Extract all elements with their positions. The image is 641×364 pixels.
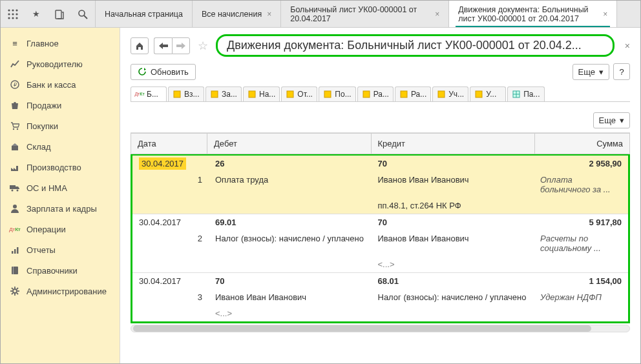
inner-tab-label: От... <box>297 90 313 99</box>
cell-sum: 2 958,90 <box>534 156 628 172</box>
inner-tab-ra1[interactable]: Ра... <box>357 86 394 101</box>
help-button[interactable]: ? <box>613 63 630 80</box>
svg-rect-42 <box>363 91 370 97</box>
tab-close-icon[interactable]: × <box>603 10 607 19</box>
sidebar-item-sales[interactable]: Продажи <box>1 95 120 116</box>
tab-sick-leave[interactable]: Больничный лист УК00-000001 от 20.04.201… <box>281 1 449 27</box>
col-credit[interactable]: Кредит <box>372 134 536 154</box>
inner-tab-vz[interactable]: Вз... <box>168 86 204 101</box>
tab-label: Начальная страница <box>105 10 183 19</box>
favorite-icon[interactable]: ☆ <box>198 39 208 53</box>
svg-point-27 <box>13 289 17 293</box>
inner-tab-label: Ра... <box>373 90 389 99</box>
refresh-button[interactable]: Обновить <box>131 64 196 80</box>
inner-tab-ot[interactable]: От... <box>281 86 317 101</box>
inner-tab-za[interactable]: За... <box>205 86 242 101</box>
inner-tab-label: На... <box>259 90 275 99</box>
inner-tab-b[interactable]: ДтКтБ... <box>131 86 167 102</box>
sidebar-item-reports[interactable]: Отчеты <box>1 239 120 260</box>
svg-rect-37 <box>174 91 180 97</box>
table-row[interactable]: 30.04.2017 69.01 70 5 917,80 2 Налог (вз… <box>132 214 628 272</box>
svg-marker-17 <box>12 143 18 146</box>
table-toolbar: Еще▾ <box>131 110 630 128</box>
tab-doc-movements[interactable]: Движения документа: Больничный лист УК00… <box>449 1 617 27</box>
svg-rect-41 <box>324 91 331 97</box>
cell-debit-desc: Иванов Иван Иванович <box>209 289 372 305</box>
cell-credit-acc: 70 <box>372 156 534 172</box>
home-button[interactable] <box>131 37 149 54</box>
table-more-button[interactable]: Еще▾ <box>593 112 630 128</box>
help-label: ? <box>619 67 624 77</box>
sidebar-item-bank[interactable]: ₽Банк и касса <box>1 74 120 95</box>
back-button[interactable] <box>154 37 172 54</box>
horizontal-scrollbar[interactable] <box>131 325 630 332</box>
topbar: ★ Начальная страница Все начисления× Бол… <box>1 1 640 28</box>
sidebar-item-label: Покупки <box>26 121 58 131</box>
sheet-icon <box>210 90 219 99</box>
svg-point-0 <box>8 9 10 11</box>
sidebar-item-label: Банк и касса <box>26 80 76 90</box>
tab-label: Больничный лист УК00-000001 от 20.04.201… <box>290 5 430 23</box>
svg-marker-36 <box>144 68 146 70</box>
cart-icon <box>10 121 20 131</box>
inner-tab-ra2[interactable]: Ра... <box>395 86 431 101</box>
inner-tab-u[interactable]: У... <box>470 86 506 101</box>
col-date[interactable]: Дата <box>131 134 207 154</box>
sidebar-item-catalogs[interactable]: Справочники <box>1 260 120 281</box>
inner-tab-pa[interactable]: Па... <box>507 86 544 101</box>
nav-row: ☆ Движения документа: Больничный лист УК… <box>131 34 630 57</box>
dtkt-icon: ДтКт <box>10 224 20 234</box>
svg-rect-16 <box>12 146 18 150</box>
cell-debit-desc: Оплата труда <box>209 172 372 197</box>
inner-tab-label: По... <box>335 90 351 99</box>
sidebar-item-main[interactable]: ≡Главное <box>1 33 120 54</box>
table-row[interactable]: 30.04.2017 70 68.01 1 154,00 3 Иванов Ив… <box>132 272 628 321</box>
col-sum[interactable]: Сумма <box>535 134 629 154</box>
table-row[interactable]: 30.04.2017 26 70 2 958,90 1 Оплата труда… <box>132 156 628 214</box>
sidebar-item-warehouse[interactable]: Склад <box>1 136 120 157</box>
svg-line-34 <box>12 293 13 294</box>
svg-point-4 <box>12 13 14 15</box>
scrollbar-thumb[interactable] <box>133 325 591 332</box>
box-icon <box>10 141 20 152</box>
sidebar-item-hr[interactable]: Зарплата и кадры <box>1 198 120 219</box>
more-button[interactable]: Еще▾ <box>573 64 609 80</box>
refresh-label: Обновить <box>151 67 189 77</box>
table: Дата Дебет Кредит Сумма 30.04.2017 26 70… <box>131 132 630 332</box>
cell-sum-desc: Оплата больничного за ... <box>534 172 628 197</box>
sidebar-item-admin[interactable]: Администрирование <box>1 281 120 301</box>
tab-home[interactable]: Начальная страница <box>96 1 193 27</box>
search-icon[interactable] <box>77 8 89 20</box>
sidebar-item-purchases[interactable]: Покупки <box>1 116 120 136</box>
sidebar-item-label: Операции <box>26 225 66 234</box>
tab-all-charges[interactable]: Все начисления× <box>193 1 281 27</box>
cell-credit-desc2: пп.48.1, ст.264 НК РФ <box>372 197 534 214</box>
col-debit[interactable]: Дебет <box>207 134 372 154</box>
cell-credit-acc: 68.01 <box>372 273 534 289</box>
sidebar-item-label: Зарплата и кадры <box>26 204 97 214</box>
cell-debit-acc: 26 <box>209 156 372 172</box>
tab-close-icon[interactable]: × <box>435 10 439 19</box>
cell-rownum: 2 <box>132 230 209 256</box>
clipboard-icon[interactable] <box>54 8 65 20</box>
svg-point-20 <box>17 190 19 192</box>
tab-close-icon[interactable]: × <box>267 10 271 19</box>
sidebar-item-production[interactable]: Производство <box>1 157 120 177</box>
apps-icon[interactable] <box>7 8 19 20</box>
inner-tab-po[interactable]: По... <box>319 86 355 101</box>
star-icon[interactable]: ★ <box>30 8 42 20</box>
sidebar-item-assets[interactable]: ОС и НМА <box>1 177 120 198</box>
svg-point-15 <box>17 128 18 130</box>
sidebar-item-manager[interactable]: Руководителю <box>1 54 120 74</box>
cell-rownum: 1 <box>132 172 209 197</box>
inner-tab-na[interactable]: На... <box>243 86 280 101</box>
forward-button[interactable] <box>172 37 190 54</box>
close-icon[interactable]: × <box>625 41 630 51</box>
inner-tab-label: Па... <box>523 90 540 99</box>
inner-tab-uch[interactable]: Уч... <box>432 86 468 101</box>
main-content: ☆ Движения документа: Больничный лист УК… <box>120 28 640 363</box>
sidebar-item-operations[interactable]: ДтКтОперации <box>1 219 120 239</box>
sheet-icon <box>362 90 371 99</box>
svg-rect-22 <box>12 251 14 254</box>
sidebar-item-label: ОС и НМА <box>26 183 67 193</box>
